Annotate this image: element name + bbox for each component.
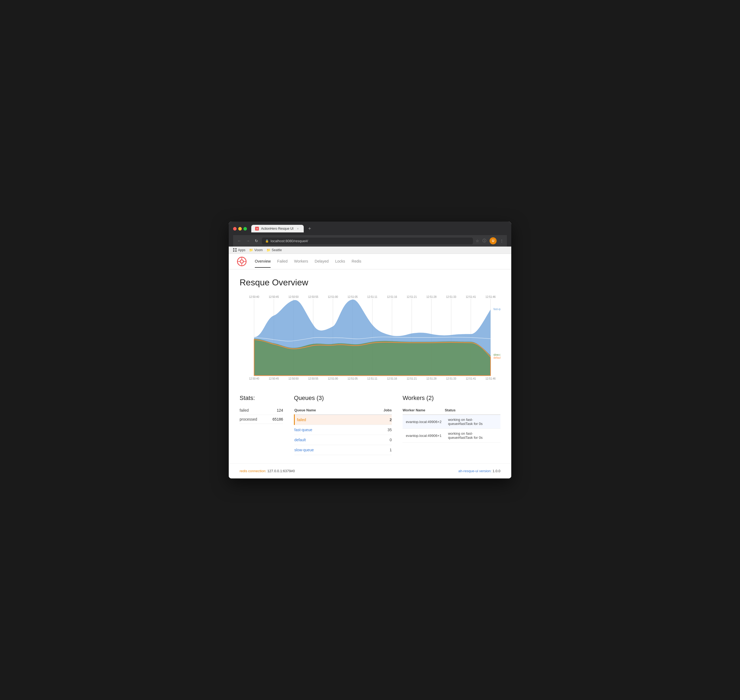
queue-row-failed: failed 2 [295,415,392,425]
col-worker-status: Status [445,406,500,415]
bookmark-voom[interactable]: 📁 Voom [249,248,263,252]
app-nav: Overview Failed Workers Delayed Locks Re… [229,254,511,269]
svg-text:12:51:46: 12:51:46 [485,295,496,298]
svg-text:12:51:11: 12:51:11 [367,377,377,380]
stats-label-failed: failed [240,406,267,415]
browser-titlebar: ⊕ ActionHero Resque UI × + ← → ↻ 🔒 local… [229,222,511,247]
lock-icon: 🔒 [265,239,269,243]
footer-redis-value: 127.0.0.1:6379#0 [267,469,295,473]
chart-svg: 12:50:40 12:50:45 12:50:50 12:50:55 12:5… [240,294,500,387]
queues-section: Queues (3) Queue Name Jobs failed [294,394,392,455]
queue-link-failed[interactable]: failed [297,418,306,422]
svg-text:12:50:45: 12:50:45 [269,377,279,380]
folder-icon-voom: 📁 [249,248,253,252]
info-icon[interactable]: ⓘ [482,238,486,243]
forward-button[interactable]: → [245,238,251,244]
footer-version-value: 1.0.0 [492,469,500,473]
svg-text:12:51:41: 12:51:41 [466,377,476,380]
url-text: localhost:8080/resque#/ [271,239,308,243]
workers-section: Workers (2) Worker Name Status evantop.l… [402,394,500,443]
url-bar[interactable]: 🔒 localhost:8080/resque#/ [262,238,473,244]
svg-text:12:50:40: 12:50:40 [249,295,259,298]
nav-redis[interactable]: Redis [352,255,361,268]
worker-status-1: working on fast-queue#fastTask for 0s [445,429,500,443]
svg-text:12:51:33: 12:51:33 [446,295,456,298]
svg-text:12:51:11: 12:51:11 [367,295,377,298]
svg-text:12:51:46: 12:51:46 [485,377,496,380]
stats-section: Stats: failed 124 processed 65186 [240,394,283,424]
svg-text:12:50:50: 12:50:50 [289,295,299,298]
queue-link-default[interactable]: default [295,438,306,442]
queue-link-fast[interactable]: fast-queue [295,428,313,432]
svg-text:12:51:21: 12:51:21 [407,377,417,380]
page-content: Overview Failed Workers Delayed Locks Re… [229,254,511,478]
folder-icon-seattle: 📁 [267,248,271,252]
queues-header-row: Queue Name Jobs [295,406,392,415]
col-jobs: Jobs [365,406,392,415]
apps-grid-icon [233,248,237,252]
worker-row-0: evantop.local:49906+2 working on fast-qu… [402,415,500,429]
queue-jobs-slow: 1 [365,445,392,455]
close-button[interactable] [233,227,237,231]
menu-icon[interactable]: ⋮ [500,239,504,243]
svg-text:12:50:55: 12:50:55 [308,377,318,380]
nav-workers[interactable]: Workers [294,255,308,268]
maximize-button[interactable] [243,227,247,231]
footer-version: ah-resque-ui version: 1.0.0 [458,469,500,473]
nav-failed[interactable]: Failed [277,255,287,268]
browser-window: ⊕ ActionHero Resque UI × + ← → ↻ 🔒 local… [229,222,511,478]
worker-status-0: working on fast-queue#fastTask for 0s [445,415,500,429]
nav-overview[interactable]: Overview [255,255,271,268]
new-tab-button[interactable]: + [306,226,313,232]
svg-text:12:50:50: 12:50:50 [289,377,299,380]
back-button[interactable]: ← [236,238,242,244]
svg-text:12:51:28: 12:51:28 [426,377,436,380]
queues-table: Queue Name Jobs failed 2 [294,406,392,455]
stats-label-processed: processed [240,415,267,424]
address-bar-row: ← → ↻ 🔒 localhost:8080/resque#/ ☆ ⓘ U ⋮ [233,235,507,247]
queue-name-failed: failed [295,415,365,425]
svg-text:12:51:00: 12:51:00 [328,295,338,298]
queue-name-slow: slow-queue [295,445,365,455]
workers-title: Workers (2) [402,394,500,401]
tab-favicon: ⊕ [255,227,259,231]
apps-bookmark[interactable]: Apps [233,248,245,252]
queue-row-default: default 0 [295,435,392,445]
worker-name-0: evantop.local:49906+2 [402,415,445,429]
nav-links: Overview Failed Workers Delayed Locks Re… [255,255,361,268]
svg-text:12:51:00: 12:51:00 [328,377,338,380]
stats-value-processed: 65186 [267,415,283,424]
bookmark-voom-label: Voom [254,248,263,252]
queue-name-fast: fast-queue [295,425,365,435]
nav-locks[interactable]: Locks [335,255,345,268]
footer-version-label: ah-resque-ui version: [458,469,491,473]
active-tab[interactable]: ⊕ ActionHero Resque UI × [251,225,304,232]
traffic-lights [233,227,247,231]
svg-text:12:51:28: 12:51:28 [426,295,436,298]
tab-close-button[interactable]: × [296,226,300,231]
stats-table: failed 124 processed 65186 [240,406,283,424]
refresh-button[interactable]: ↻ [254,238,259,244]
footer-redis: redis connection: 127.0.0.1:6379#0 [240,469,295,473]
minimize-button[interactable] [238,227,242,231]
footer-redis-label: redis connection: [240,469,266,473]
workers-table: Worker Name Status evantop.local:49906+2… [402,406,500,443]
star-icon[interactable]: ☆ [476,239,479,243]
bottom-section: Stats: failed 124 processed 65186 [240,394,500,455]
svg-text:12:51:41: 12:51:41 [466,295,476,298]
nav-delayed[interactable]: Delayed [315,255,329,268]
svg-text:12:51:05: 12:51:05 [348,295,358,298]
apps-label: Apps [238,248,245,252]
svg-text:default: default [493,356,500,359]
queue-jobs-failed: 2 [365,415,392,425]
tab-title: ActionHero Resque UI [261,227,293,231]
svg-text:12:51:16: 12:51:16 [387,295,397,298]
user-avatar[interactable]: U [489,237,497,244]
col-queue-name: Queue Name [295,406,365,415]
bookmark-seattle[interactable]: 📁 Seattle [267,248,282,252]
worker-row-1: evantop.local:49906+1 working on fast-qu… [402,429,500,443]
stats-row-processed: processed 65186 [240,415,283,424]
svg-text:12:51:05: 12:51:05 [348,377,358,380]
queue-link-slow[interactable]: slow-queue [295,448,314,452]
queue-jobs-fast: 35 [365,425,392,435]
